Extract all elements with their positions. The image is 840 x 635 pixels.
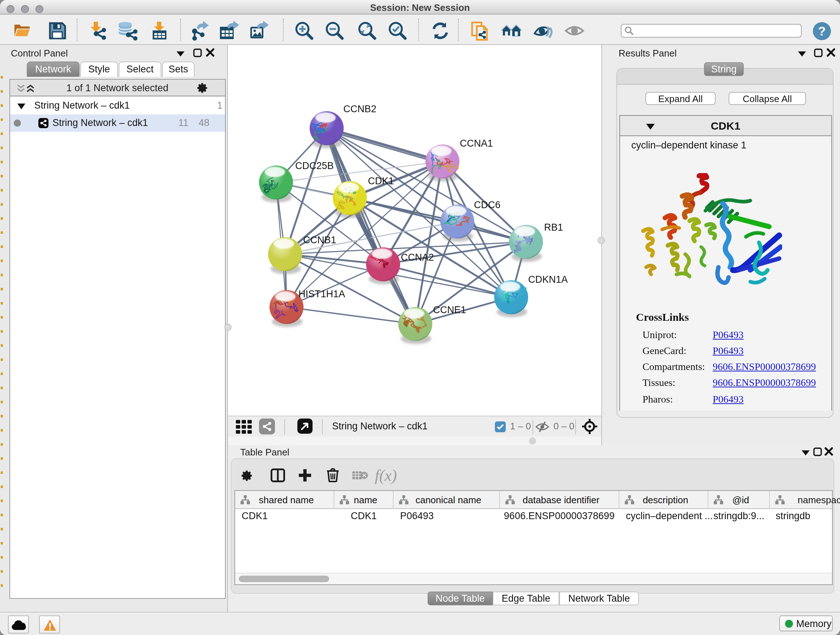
svg-text:RB1: RB1 [544, 222, 563, 233]
svg-text:CDK1: CDK1 [368, 176, 394, 187]
svg-text:?: ? [818, 24, 826, 38]
svg-text:CCNA2: CCNA2 [401, 252, 434, 263]
svg-text:CCNB1: CCNB1 [303, 234, 336, 245]
svg-text:CDC25B: CDC25B [295, 160, 334, 171]
svg-text:CCNB2: CCNB2 [343, 103, 377, 114]
svg-text:CCNA1: CCNA1 [460, 138, 493, 149]
svg-text:CDC6: CDC6 [474, 200, 501, 211]
svg-text:CDKN1A: CDKN1A [528, 274, 568, 285]
svg-text:HIST1H1A: HIST1H1A [298, 288, 345, 299]
svg-text:CCNE1: CCNE1 [433, 304, 466, 315]
